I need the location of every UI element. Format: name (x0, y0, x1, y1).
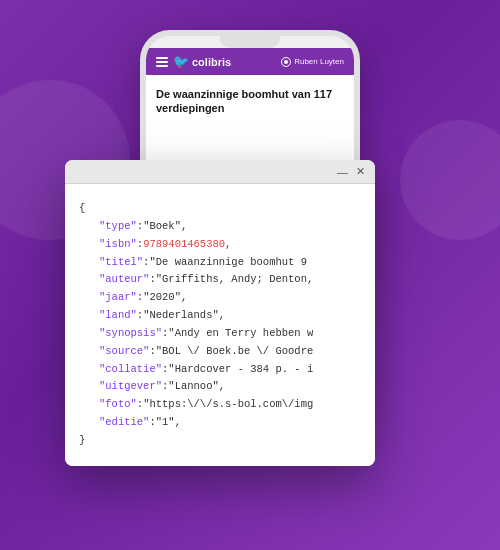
json-key: "auteur" (99, 271, 149, 289)
json-close-brace: } (79, 432, 361, 450)
json-line: "editie":"1", (79, 414, 361, 432)
scene: 🐦 colibris Ruben Luyten De waanzinnige b… (65, 30, 435, 520)
json-line: "uitgever":"Lannoo", (79, 378, 361, 396)
colibris-bird-icon: 🐦 (173, 54, 189, 69)
json-value: "BOL \/ Boek.be \/ Goodre (156, 343, 314, 361)
json-value: "2020" (143, 289, 181, 307)
browser-titlebar: — ✕ (65, 160, 375, 184)
json-value: "Griffiths, Andy; Denton, (156, 271, 314, 289)
phone-notch (220, 36, 280, 48)
phone-header-left: 🐦 colibris (156, 54, 231, 69)
json-key: "editie" (99, 414, 149, 432)
json-value: "Andy en Terry hebben w (168, 325, 313, 343)
colibris-logo: 🐦 colibris (173, 54, 231, 69)
json-value: "Hardcover - 384 p. - i (168, 361, 313, 379)
json-value: "1" (156, 414, 175, 432)
json-line: "titel":"De waanzinnige boomhut 9 (79, 254, 361, 272)
json-key: "titel" (99, 254, 143, 272)
json-open-brace: { (79, 200, 361, 218)
json-value: "De waanzinnige boomhut 9 (149, 254, 307, 272)
browser-window: — ✕ { "type":"Boek","isbn":9789401465380… (65, 160, 375, 466)
phone-user: Ruben Luyten (281, 57, 344, 67)
json-value: "Boek" (143, 218, 181, 236)
book-title: De waanzinnige boomhut van 117 verdiepin… (156, 87, 344, 116)
json-value: "https:\/\/s.s-bol.com\/img (143, 396, 313, 414)
json-key: "uitgever" (99, 378, 162, 396)
json-line: "source":"BOL \/ Boek.be \/ Goodre (79, 343, 361, 361)
json-value: "Lannoo" (168, 378, 218, 396)
user-avatar-icon (281, 57, 291, 67)
phone-header: 🐦 colibris Ruben Luyten (146, 48, 354, 75)
close-button[interactable]: ✕ (356, 165, 365, 178)
json-line: "collatie":"Hardcover - 384 p. - i (79, 361, 361, 379)
json-line: "isbn":9789401465380, (79, 236, 361, 254)
minimize-button[interactable]: — (337, 166, 348, 178)
logo-text: colibris (192, 56, 231, 68)
username-label: Ruben Luyten (294, 57, 344, 66)
json-line: "type":"Boek", (79, 218, 361, 236)
json-key: "collatie" (99, 361, 162, 379)
json-key: "type" (99, 218, 137, 236)
json-key: "foto" (99, 396, 137, 414)
browser-body: { "type":"Boek","isbn":9789401465380,"ti… (65, 184, 375, 466)
json-content: "type":"Boek","isbn":9789401465380,"tite… (79, 218, 361, 432)
json-key: "isbn" (99, 236, 137, 254)
json-line: "jaar":"2020", (79, 289, 361, 307)
json-key: "land" (99, 307, 137, 325)
json-line: "auteur":"Griffiths, Andy; Denton, (79, 271, 361, 289)
json-key: "source" (99, 343, 149, 361)
json-line: "foto":"https:\/\/s.s-bol.com\/img (79, 396, 361, 414)
json-value: "Nederlands" (143, 307, 219, 325)
json-line: "synopsis":"Andy en Terry hebben w (79, 325, 361, 343)
json-value: 9789401465380 (143, 236, 225, 254)
phone-content: De waanzinnige boomhut van 117 verdiepin… (146, 75, 354, 128)
json-key: "jaar" (99, 289, 137, 307)
json-key: "synopsis" (99, 325, 162, 343)
hamburger-menu-icon[interactable] (156, 57, 168, 67)
json-line: "land":"Nederlands", (79, 307, 361, 325)
